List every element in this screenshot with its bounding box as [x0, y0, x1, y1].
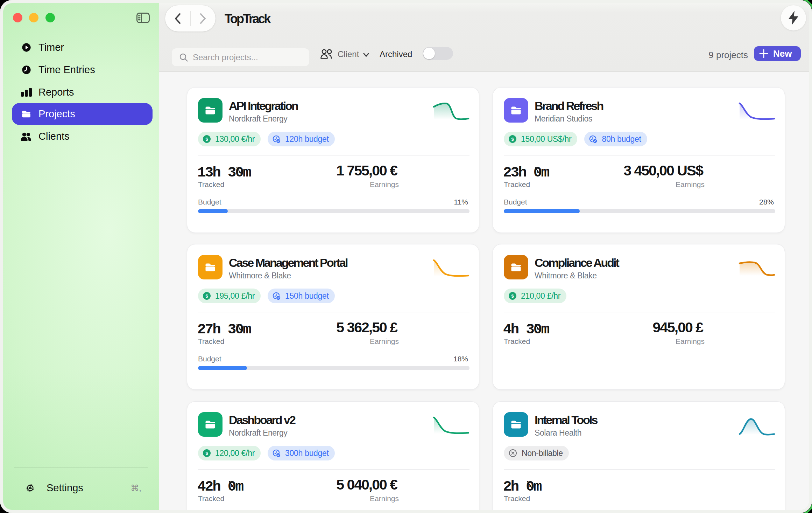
- svg-text:$: $: [511, 293, 514, 299]
- svg-text:$: $: [206, 137, 209, 142]
- svg-text:$: $: [206, 451, 209, 456]
- svg-text:$: $: [511, 137, 514, 142]
- svg-text:$: $: [206, 293, 209, 299]
